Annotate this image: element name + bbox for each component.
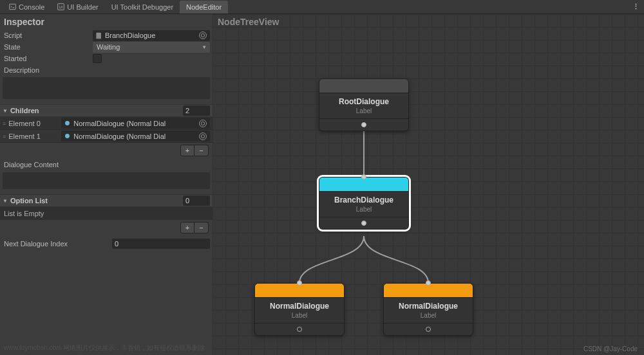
node-title: BranchDialogue <box>319 192 408 206</box>
empty-list-label: List is Empty <box>0 207 213 220</box>
element-value: NormalDialogue (Normal Dial <box>73 120 166 127</box>
inspector-panel: Inspector Script BranchDialogue State Wa… <box>0 14 213 355</box>
output-port[interactable] <box>361 221 366 226</box>
tab-menu-button[interactable]: ⋮ <box>630 1 641 13</box>
node-subtitle: Label <box>319 107 408 119</box>
state-value: Waiting <box>97 43 120 51</box>
node-title: NormalDialogue <box>384 298 473 312</box>
output-port[interactable] <box>426 327 431 332</box>
element-label: Element 1 <box>7 132 61 140</box>
children-count[interactable]: 2 <box>183 105 210 116</box>
children-title: Children <box>10 107 183 114</box>
inspector-title: Inspector <box>0 14 213 30</box>
edge <box>299 236 364 283</box>
node-branch-dialogue[interactable]: BranchDialogue Label <box>319 177 409 230</box>
add-button[interactable]: + <box>180 145 194 156</box>
tab-label: UI Toolkit Debugger <box>111 3 173 11</box>
canvas-title: NodeTreeView <box>213 14 644 30</box>
script-icon <box>95 32 102 39</box>
option-list-count[interactable]: 0 <box>183 196 210 206</box>
edge <box>364 236 428 283</box>
node-header <box>319 178 408 192</box>
object-icon <box>64 132 71 140</box>
svg-point-4 <box>65 121 70 125</box>
list-item: ≡ Element 1 NormalDialogue (Normal Dial <box>0 130 213 143</box>
started-label: Started <box>3 55 93 62</box>
tab-label: NodeEditor <box>186 3 222 11</box>
tab-node-editor[interactable]: NodeEditor <box>180 1 228 14</box>
output-port[interactable] <box>297 327 302 332</box>
option-list-header[interactable]: ▼ Option List 0 <box>0 194 213 207</box>
node-footer <box>384 323 473 335</box>
children-list-buttons: + − <box>0 143 213 158</box>
script-label: Script <box>3 32 93 39</box>
drag-handle-icon[interactable]: ≡ <box>3 133 5 140</box>
script-value: BranchDialogue <box>105 32 155 39</box>
script-field[interactable]: BranchDialogue <box>93 30 210 41</box>
node-canvas[interactable]: NodeTreeView RootDialogue Label BranchDi… <box>213 14 644 355</box>
description-label: Description <box>3 66 93 74</box>
node-normal-dialogue[interactable]: NormalDialogue Label <box>383 283 473 336</box>
drag-handle-icon[interactable]: ≡ <box>3 120 5 127</box>
next-index-label: Next Dialogue Index <box>3 240 112 248</box>
node-header <box>319 79 408 93</box>
input-port[interactable] <box>297 280 302 286</box>
object-picker-icon[interactable] <box>198 119 207 128</box>
foldout-icon: ▼ <box>3 198 8 204</box>
state-label: State <box>3 43 93 51</box>
object-picker-icon[interactable] <box>198 31 207 40</box>
node-header <box>384 284 473 298</box>
node-root-dialogue[interactable]: RootDialogue Label <box>319 78 409 131</box>
output-port[interactable] <box>361 122 366 127</box>
object-picker-icon[interactable] <box>198 132 207 141</box>
children-header[interactable]: ▼ Children 2 <box>0 104 213 117</box>
input-port[interactable] <box>361 174 366 179</box>
tab-console[interactable]: Console <box>3 1 51 14</box>
dialogue-content-label: Dialogue Content <box>0 158 213 171</box>
ui-builder-icon: UI <box>57 3 64 10</box>
list-item: ≡ Element 0 NormalDialogue (Normal Dial <box>0 117 213 130</box>
node-title: RootDialogue <box>319 93 408 107</box>
remove-button[interactable]: − <box>194 145 209 156</box>
tab-bar: Console UI UI Builder UI Toolkit Debugge… <box>0 0 644 14</box>
description-textarea[interactable] <box>3 77 210 99</box>
option-list-title: Option List <box>10 197 183 205</box>
tab-ui-toolkit-debugger[interactable]: UI Toolkit Debugger <box>105 1 180 14</box>
tab-ui-builder[interactable]: UI UI Builder <box>51 1 104 14</box>
console-icon <box>9 3 16 10</box>
node-normal-dialogue[interactable]: NormalDialogue Label <box>254 283 345 336</box>
remove-button[interactable]: − <box>194 222 209 233</box>
svg-point-5 <box>65 134 70 138</box>
node-footer <box>255 323 344 335</box>
svg-text:UI: UI <box>59 5 63 9</box>
node-footer <box>319 217 408 229</box>
dialogue-content-textarea[interactable] <box>3 172 210 189</box>
foldout-icon: ▼ <box>3 108 8 114</box>
node-subtitle: Label <box>319 206 408 217</box>
object-icon <box>64 120 71 127</box>
node-subtitle: Label <box>384 312 473 323</box>
element-field[interactable]: NormalDialogue (Normal Dial <box>61 118 210 129</box>
started-checkbox[interactable] <box>93 54 102 63</box>
element-value: NormalDialogue (Normal Dial <box>73 132 166 140</box>
node-subtitle: Label <box>255 312 344 323</box>
svg-rect-3 <box>96 32 101 39</box>
svg-rect-0 <box>10 4 16 9</box>
node-header <box>255 284 344 298</box>
state-dropdown[interactable]: Waiting <box>93 42 210 53</box>
add-button[interactable]: + <box>180 222 194 233</box>
element-label: Element 0 <box>7 120 61 127</box>
tab-label: UI Builder <box>67 3 98 11</box>
node-title: NormalDialogue <box>255 298 344 312</box>
next-index-field[interactable]: 0 <box>112 239 210 249</box>
node-footer <box>319 119 408 131</box>
option-list-buttons: + − <box>0 220 213 235</box>
tab-label: Console <box>19 3 44 11</box>
element-field[interactable]: NormalDialogue (Normal Dial <box>61 131 210 141</box>
input-port[interactable] <box>426 280 431 286</box>
